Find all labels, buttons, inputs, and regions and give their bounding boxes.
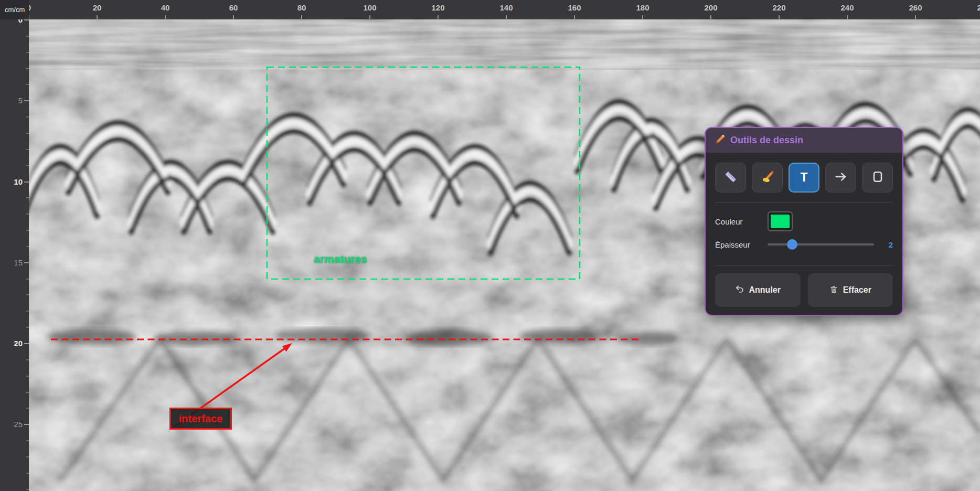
depth-major-tick: [24, 182, 29, 183]
color-swatch-fill: [771, 215, 790, 228]
depth-minor-tick: [26, 52, 29, 53]
depth-major-tick: [24, 19, 29, 20]
arrow-right-icon: [834, 169, 848, 186]
ruler-icon: [723, 169, 738, 186]
pencil-icon: [715, 134, 725, 147]
tool-measure-button[interactable]: [715, 163, 746, 193]
depth-minor-tick: [26, 279, 29, 280]
thickness-label: Épaisseur: [715, 240, 768, 249]
trash-icon: [829, 285, 838, 296]
ruler-tick-label: 160: [568, 3, 581, 12]
depth-major-tick: [24, 262, 29, 263]
panel-body: T: [706, 153, 902, 316]
ruler-tick-label: 80: [297, 3, 306, 12]
tool-freehand-button[interactable]: [752, 163, 783, 193]
depth-tick-label: 15: [14, 258, 23, 266]
divider: [715, 202, 893, 203]
ruler-tick-label: 140: [499, 3, 513, 12]
horizontal-ruler: 020406080100120140160180200220240260280: [0, 0, 980, 19]
thickness-row: Épaisseur 2: [715, 234, 893, 255]
ruler-tick-label: 100: [363, 3, 376, 12]
ruler-tick-label: 260: [909, 3, 922, 12]
axis-unit-label: cm/cm: [0, 0, 29, 19]
color-row: Couleur: [715, 211, 893, 232]
undo-label: Annuler: [749, 285, 781, 295]
ruler-tick-label: 20: [93, 3, 102, 12]
gpr-viewer-app: 020406080100120140160180200220240260280 …: [0, 0, 980, 491]
slider-thumb[interactable]: [787, 239, 797, 250]
ruler-tick: [642, 15, 643, 19]
ruler-tick: [233, 15, 234, 19]
depth-minor-tick: [26, 473, 29, 474]
depth-tick-label: 25: [14, 420, 23, 429]
depth-tick-label: 20: [14, 339, 23, 348]
undo-arrow-icon: [735, 284, 744, 296]
depth-minor-tick: [26, 359, 29, 360]
depth-major-tick: [24, 424, 29, 425]
thickness-slider[interactable]: [768, 239, 874, 250]
depth-minor-tick: [26, 149, 29, 150]
tool-row: T: [715, 163, 893, 193]
ruler-tick: [915, 15, 916, 19]
depth-minor-tick: [26, 392, 29, 393]
depth-minor-tick: [26, 489, 29, 490]
depth-minor-tick: [26, 165, 29, 166]
ruler-tick-label: 60: [229, 3, 238, 12]
depth-minor-tick: [26, 246, 29, 247]
thickness-value: 2: [880, 240, 893, 249]
tool-rectangle-button[interactable]: [862, 163, 893, 193]
depth-major-tick: [24, 343, 29, 344]
ruler-tick-label: 240: [840, 3, 854, 12]
clear-label: Effacer: [843, 285, 871, 295]
color-picker-swatch[interactable]: [768, 211, 793, 231]
unit-text: cm/cm: [5, 6, 25, 14]
depth-minor-tick: [26, 311, 29, 312]
ruler-tick-label: 220: [772, 3, 785, 12]
ruler-tick: [301, 15, 302, 19]
depth-major-tick: [24, 100, 29, 101]
depth-tick-label: 10: [14, 177, 23, 186]
depth-minor-tick: [26, 456, 29, 457]
ruler-tick-label: 120: [431, 3, 444, 12]
drawing-tools-panel: Outils de dessin: [705, 127, 903, 316]
depth-minor-tick: [26, 36, 29, 37]
depth-minor-tick: [26, 68, 29, 69]
depth-minor-tick: [26, 376, 29, 377]
depth-minor-tick: [26, 327, 29, 328]
depth-axis: 0510152025: [0, 19, 29, 491]
clear-button[interactable]: Effacer: [808, 273, 893, 307]
panel-drag-handle[interactable]: Outils de dessin: [706, 128, 902, 153]
ruler-tick: [165, 15, 166, 19]
slider-track[interactable]: [768, 243, 874, 246]
ruler-tick: [779, 15, 780, 19]
ruler-tick: [710, 15, 711, 19]
tool-text-button[interactable]: T: [789, 163, 819, 193]
ruler-tick-label: 200: [704, 3, 717, 12]
ruler-tick: [438, 15, 439, 19]
writing-hand-icon: [760, 169, 775, 186]
depth-minor-tick: [26, 197, 29, 198]
depth-minor-tick: [26, 230, 29, 231]
actions-row: Annuler Effacer: [715, 273, 893, 307]
depth-minor-tick: [26, 440, 29, 441]
ruler-tick-label: 40: [161, 3, 170, 12]
text-tool-glyph: T: [800, 170, 807, 185]
divider: [715, 265, 893, 265]
depth-minor-tick: [26, 214, 29, 215]
ruler-tick-label: 180: [636, 3, 649, 12]
tool-arrow-button[interactable]: [825, 163, 856, 193]
ruler-tick: [506, 15, 507, 19]
depth-minor-tick: [26, 116, 29, 118]
ruler-tick: [369, 15, 370, 19]
color-label: Couleur: [715, 217, 768, 226]
ruler-tick: [97, 15, 98, 19]
depth-minor-tick: [26, 294, 29, 295]
rectangle-icon: [870, 169, 885, 186]
depth-minor-tick: [26, 84, 29, 85]
depth-minor-tick: [26, 133, 29, 134]
depth-tick-label: 5: [18, 96, 23, 105]
undo-button[interactable]: Annuler: [715, 273, 801, 307]
ruler-tick: [847, 15, 848, 19]
ruler-tick: [574, 15, 575, 19]
ruler-tick-label: 280: [977, 3, 980, 12]
